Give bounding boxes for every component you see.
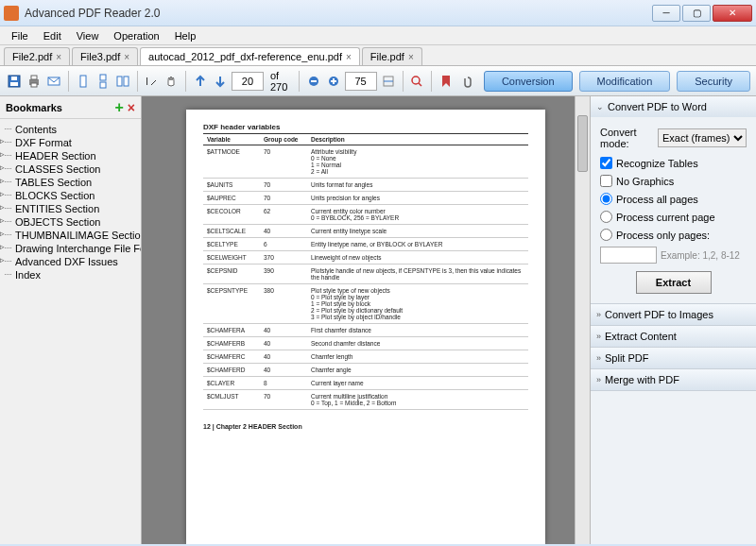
attachment-icon[interactable] bbox=[457, 70, 474, 93]
svg-rect-8 bbox=[100, 75, 106, 80]
save-icon[interactable] bbox=[6, 70, 23, 93]
svg-rect-17 bbox=[333, 78, 335, 84]
svg-rect-14 bbox=[311, 80, 317, 82]
chevron-right-icon: » bbox=[596, 332, 601, 341]
tab-file3[interactable]: File3.pdf× bbox=[72, 47, 138, 65]
process-all-radio[interactable]: Process all pages bbox=[600, 193, 747, 205]
window-title: Advanced PDF Reader 2.0 bbox=[25, 7, 650, 20]
close-button[interactable]: ✕ bbox=[713, 5, 752, 22]
menu-edit[interactable]: Edit bbox=[36, 28, 69, 43]
section-convert-images[interactable]: »Convert PDF to Images bbox=[591, 304, 756, 325]
zoom-in-icon[interactable] bbox=[325, 70, 342, 93]
title-bar: Advanced PDF Reader 2.0 ─ ▢ ✕ bbox=[0, 0, 756, 26]
remove-bookmark-icon[interactable]: × bbox=[128, 100, 135, 115]
fit-width-icon[interactable] bbox=[380, 70, 397, 93]
process-current-radio[interactable]: Process current page bbox=[600, 211, 747, 223]
bookmark-item[interactable]: BLOCKS Section bbox=[2, 189, 139, 202]
extract-button[interactable]: Extract bbox=[636, 271, 712, 294]
svg-rect-10 bbox=[117, 77, 122, 86]
pdf-page: DXF header variables VariableGroup codeD… bbox=[186, 110, 545, 544]
facing-page-icon[interactable] bbox=[114, 70, 131, 93]
bookmark-item[interactable]: Contents bbox=[2, 123, 139, 136]
bookmark-item[interactable]: CLASSES Section bbox=[2, 162, 139, 176]
mail-icon[interactable] bbox=[45, 70, 62, 93]
convert-mode-label: Convert mode: bbox=[600, 127, 654, 149]
maximize-button[interactable]: ▢ bbox=[682, 5, 711, 22]
bookmark-item[interactable]: ENTITIES Section bbox=[2, 202, 139, 215]
recognize-tables-checkbox[interactable]: Recognize Tables bbox=[600, 157, 747, 169]
tab-autocad[interactable]: autocad_2012_pdf_dxf-reference_enu.pdf× bbox=[140, 47, 360, 65]
pages-example: Example: 1,2, 8-12 bbox=[661, 250, 740, 261]
section-merge-pdf[interactable]: »Merge with PDF bbox=[591, 369, 756, 390]
page-total: of 270 bbox=[270, 70, 289, 93]
document-tabs: File2.pdf× File3.pdf× autocad_2012_pdf_d… bbox=[0, 45, 756, 66]
bookmark-item[interactable]: Advanced DXF Issues bbox=[2, 255, 139, 268]
close-icon[interactable]: × bbox=[56, 52, 61, 62]
svg-point-19 bbox=[412, 77, 420, 84]
close-icon[interactable]: × bbox=[346, 52, 352, 62]
menu-operation[interactable]: Operation bbox=[106, 28, 166, 43]
text-select-icon[interactable]: I bbox=[143, 70, 160, 93]
svg-rect-1 bbox=[10, 82, 18, 86]
page-number-input[interactable] bbox=[232, 72, 264, 91]
chevron-right-icon: » bbox=[596, 310, 601, 319]
continuous-page-icon[interactable] bbox=[94, 70, 112, 93]
convert-mode-select[interactable]: Exact (frames) bbox=[658, 128, 747, 147]
chevron-right-icon: » bbox=[596, 353, 601, 363]
section-split-pdf[interactable]: »Split PDF bbox=[591, 348, 756, 368]
tab-file2[interactable]: File2.pdf× bbox=[4, 47, 70, 65]
menu-bar: File Edit View Operation Help bbox=[0, 26, 756, 45]
minimize-button[interactable]: ─ bbox=[652, 5, 680, 22]
security-button[interactable]: Security bbox=[677, 71, 750, 92]
bookmark-item[interactable]: Index bbox=[2, 268, 139, 282]
next-page-icon[interactable] bbox=[212, 70, 229, 93]
doc-heading: DXF header variables bbox=[203, 123, 528, 131]
svg-text:I: I bbox=[146, 76, 148, 87]
svg-rect-4 bbox=[31, 76, 37, 79]
svg-rect-11 bbox=[124, 77, 129, 86]
svg-rect-5 bbox=[31, 83, 37, 87]
tab-file[interactable]: File.pdf× bbox=[362, 47, 422, 65]
conversion-panel: ⌄Convert PDF to Word Convert mode: Exact… bbox=[590, 96, 756, 544]
process-only-radio[interactable]: Process only pages: bbox=[600, 229, 747, 241]
chevron-down-icon: ⌄ bbox=[596, 102, 604, 111]
close-icon[interactable]: × bbox=[408, 52, 414, 62]
prev-page-icon[interactable] bbox=[192, 70, 209, 93]
section-convert-word[interactable]: ⌄Convert PDF to Word bbox=[591, 96, 756, 117]
bookmark-item[interactable]: THUMBNAILIMAGE Section bbox=[2, 229, 139, 242]
no-graphics-checkbox[interactable]: No Graphics bbox=[600, 175, 747, 187]
toolbar: I of 270 Conversion Modification Securit… bbox=[0, 66, 756, 96]
add-bookmark-icon[interactable]: + bbox=[114, 99, 123, 116]
menu-view[interactable]: View bbox=[69, 28, 107, 43]
bookmark-item[interactable]: HEADER Section bbox=[2, 149, 139, 162]
doc-table: VariableGroup codeDescription$ATTMODE70A… bbox=[203, 133, 528, 410]
scrollbar-thumb[interactable] bbox=[577, 115, 588, 172]
zoom-input[interactable] bbox=[345, 72, 377, 91]
zoom-out-icon[interactable] bbox=[305, 70, 322, 93]
bookmark-item[interactable]: Drawing Interchange File Formats bbox=[2, 242, 139, 255]
svg-rect-2 bbox=[11, 77, 17, 80]
bookmarks-panel: Bookmarks + × ContentsDXF FormatHEADER S… bbox=[0, 96, 142, 544]
svg-rect-7 bbox=[80, 76, 86, 87]
document-viewport[interactable]: DXF header variables VariableGroup codeD… bbox=[142, 96, 590, 544]
menu-file[interactable]: File bbox=[4, 28, 36, 43]
close-icon[interactable]: × bbox=[124, 52, 129, 62]
modification-button[interactable]: Modification bbox=[579, 71, 671, 92]
print-icon[interactable] bbox=[26, 70, 43, 93]
single-page-icon[interactable] bbox=[75, 70, 92, 93]
bookmark-icon[interactable] bbox=[438, 70, 455, 93]
page-footer: 12 | Chapter 2 HEADER Section bbox=[203, 423, 528, 430]
svg-rect-9 bbox=[100, 82, 106, 88]
bookmark-item[interactable]: OBJECTS Section bbox=[2, 215, 139, 229]
search-icon[interactable] bbox=[408, 70, 425, 93]
menu-help[interactable]: Help bbox=[167, 28, 204, 43]
bookmark-item[interactable]: DXF Format bbox=[2, 136, 139, 149]
vertical-scrollbar[interactable] bbox=[575, 96, 590, 544]
section-extract-content[interactable]: »Extract Content bbox=[591, 326, 756, 347]
app-icon bbox=[4, 6, 19, 21]
hand-icon[interactable] bbox=[163, 70, 180, 93]
bookmark-item[interactable]: TABLES Section bbox=[2, 176, 139, 189]
chevron-right-icon: » bbox=[596, 375, 601, 384]
conversion-button[interactable]: Conversion bbox=[484, 71, 573, 92]
pages-input[interactable] bbox=[600, 247, 657, 264]
